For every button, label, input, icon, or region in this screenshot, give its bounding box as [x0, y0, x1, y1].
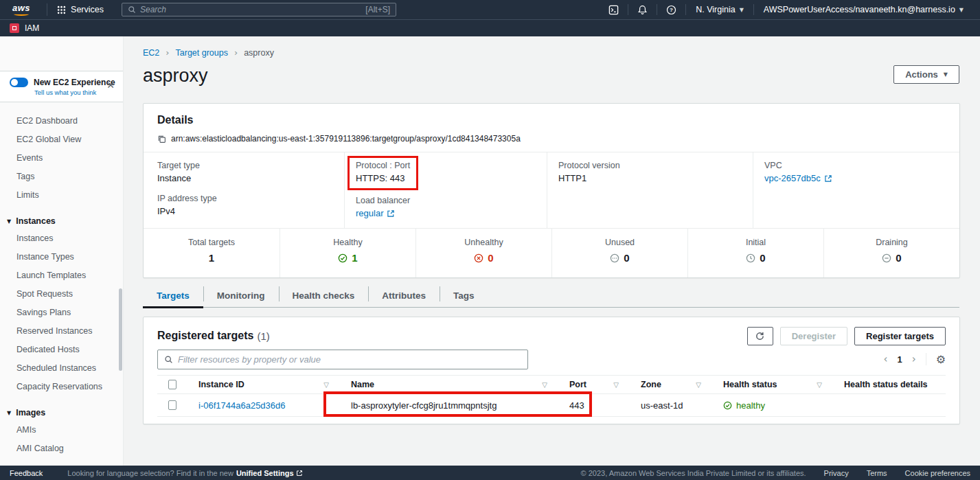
registered-targets-card: Registered targets (1) Deregister Regist…	[143, 317, 960, 424]
next-page-button[interactable]: ›	[912, 353, 916, 365]
tab-health-checks[interactable]: Health checks	[279, 290, 369, 307]
tab-tags[interactable]: Tags	[440, 290, 488, 307]
stat-label: Healthy	[280, 238, 415, 247]
stat-label: Initial	[688, 238, 823, 247]
sort-icon[interactable]: ▽	[542, 381, 547, 389]
close-icon[interactable]: ✕	[106, 80, 115, 91]
sidebar-item-launch-templates[interactable]: Launch Templates	[0, 266, 123, 285]
target-group-arn: arn:aws:elasticloadbalancing:us-east-1:3…	[171, 134, 521, 144]
sidebar-item-tags[interactable]: Tags	[0, 168, 123, 186]
breadcrumb-target-groups[interactable]: Target groups	[176, 48, 228, 58]
svg-text:?: ?	[670, 7, 673, 13]
minus-circle-icon	[882, 253, 891, 263]
target-port-cell: 443	[558, 400, 630, 411]
services-grid-icon	[57, 5, 66, 14]
account-label: AWSPowerUserAccess/navaneeth.kn@harness.…	[764, 5, 955, 14]
refresh-button[interactable]	[747, 327, 773, 345]
sidebar-section-header-instances[interactable]: ▼ Instances	[0, 213, 123, 229]
sort-icon[interactable]: ▽	[613, 381, 619, 389]
pagination: ‹ 1 › ⚙	[883, 353, 946, 366]
section-title: Instances	[16, 216, 56, 226]
table-settings-gear-icon[interactable]: ⚙	[936, 353, 946, 366]
check-circle-icon	[723, 401, 732, 410]
sidebar-item-instances[interactable]: Instances	[0, 229, 123, 248]
register-targets-button[interactable]: Register targets	[854, 327, 946, 345]
instance-id-link[interactable]: i-06f1744a6a25d36d6	[198, 400, 286, 411]
sidebar-item-instance-types[interactable]: Instance Types	[0, 248, 123, 266]
sort-icon[interactable]: ▽	[323, 381, 329, 389]
table-row[interactable]: i-06f1744a6a25d36d6 lb-asproxytyler-cfcg…	[157, 394, 946, 417]
stat-healthy: Healthy 1	[280, 229, 415, 277]
check-circle-icon	[338, 253, 347, 263]
link-text: vpc-2657db5c	[764, 173, 821, 183]
cloudshell-button[interactable]	[600, 5, 628, 15]
triangle-down-icon: ▼	[7, 410, 11, 416]
region-selector[interactable]: N. Virginia ▼	[686, 5, 753, 14]
breadcrumb-ec2[interactable]: EC2	[143, 48, 159, 58]
new-experience-panel: New EC2 Experience Tell us what you thin…	[0, 71, 123, 102]
notifications-button[interactable]	[628, 5, 657, 15]
global-search-input[interactable]	[140, 5, 361, 14]
actions-button[interactable]: Actions ▼	[893, 65, 959, 84]
targets-filter-box[interactable]	[157, 350, 528, 369]
help-button[interactable]: ?	[657, 5, 685, 15]
health-status-text: healthy	[736, 400, 765, 411]
breadcrumb-current: asproxy	[244, 48, 274, 58]
column-header-health-status-details: Health status details	[844, 380, 928, 389]
services-menu-button[interactable]: Services	[54, 5, 106, 14]
select-all-checkbox[interactable]	[168, 380, 176, 389]
cookie-preferences-link[interactable]: Cookie preferences	[905, 469, 970, 477]
sidebar-section-images: ▼ Images AMIs AMI Catalog	[0, 404, 123, 458]
global-search-bar[interactable]: [Alt+S]	[122, 3, 396, 16]
sort-icon[interactable]: ▽	[696, 381, 701, 389]
field-protocol-port: Protocol : Port HTTPS: 443	[356, 161, 410, 183]
region-label: N. Virginia	[696, 5, 735, 14]
sidebar-item-ami-catalog[interactable]: AMI Catalog	[0, 439, 123, 458]
sidebar-section-header-images[interactable]: ▼ Images	[0, 404, 123, 421]
copy-icon[interactable]	[157, 135, 166, 144]
deregister-button[interactable]: Deregister	[780, 327, 847, 345]
targets-filter-input[interactable]	[178, 354, 521, 365]
unified-settings-link[interactable]: Unified Settings	[236, 469, 303, 477]
sidebar-item-ec2-global-view[interactable]: EC2 Global View	[0, 130, 123, 149]
previous-page-button[interactable]: ‹	[883, 353, 887, 365]
tell-us-link[interactable]: Tell us what you think	[34, 89, 116, 96]
sidebar-item-scheduled-instances[interactable]: Scheduled Instances	[0, 359, 123, 378]
vpc-link[interactable]: vpc-2657db5c	[764, 173, 832, 183]
sidebar-item-amis[interactable]: AMIs	[0, 421, 123, 439]
field-load-balancer: Load balancer regular	[356, 196, 536, 218]
registered-targets-title: Registered targets	[157, 330, 254, 342]
sidebar-item-savings-plans[interactable]: Savings Plans	[0, 304, 123, 322]
recent-services-bar: IAM	[0, 19, 980, 36]
sidebar-item-events[interactable]: Events	[0, 149, 123, 168]
cloudshell-terminal-icon	[608, 5, 619, 15]
row-checkbox[interactable]	[168, 400, 176, 410]
sidebar-item-capacity-reservations[interactable]: Capacity Reservations	[0, 378, 123, 396]
recent-service-iam[interactable]: IAM	[10, 23, 39, 33]
terms-link[interactable]: Terms	[867, 469, 887, 477]
stat-value: 0	[488, 252, 493, 264]
health-status-cell: healthy	[723, 400, 765, 411]
tab-attributes[interactable]: Attributes	[368, 290, 440, 307]
sidebar-item-limits[interactable]: Limits	[0, 186, 123, 205]
tab-monitoring[interactable]: Monitoring	[203, 290, 279, 307]
sidebar-item-dedicated-hosts[interactable]: Dedicated Hosts	[0, 341, 123, 359]
sidebar-item-reserved-instances[interactable]: Reserved Instances	[0, 322, 123, 341]
x-circle-icon	[474, 253, 483, 263]
sidebar-item-spot-requests[interactable]: Spot Requests	[0, 285, 123, 304]
stat-value: 0	[760, 252, 765, 264]
ec2-sidebar: New EC2 Experience Tell us what you thin…	[0, 36, 124, 466]
load-balancer-link[interactable]: regular	[356, 208, 395, 218]
ellipsis-circle-icon	[610, 253, 619, 263]
aws-logo[interactable]: aws	[12, 4, 30, 16]
account-menu[interactable]: AWSPowerUserAccess/navaneeth.kn@harness.…	[754, 5, 973, 14]
tab-targets[interactable]: Targets	[143, 290, 203, 307]
privacy-link[interactable]: Privacy	[824, 469, 849, 477]
new-experience-toggle[interactable]	[10, 78, 28, 87]
sort-icon[interactable]: ▽	[817, 381, 822, 389]
feedback-link[interactable]: Feedback	[10, 469, 43, 477]
sidebar-item-ec2-dashboard[interactable]: EC2 Dashboard	[0, 112, 123, 130]
stat-value: 1	[352, 252, 357, 264]
sidebar-scrollbar[interactable]	[119, 288, 122, 371]
field-label: Protocol version	[558, 161, 742, 170]
